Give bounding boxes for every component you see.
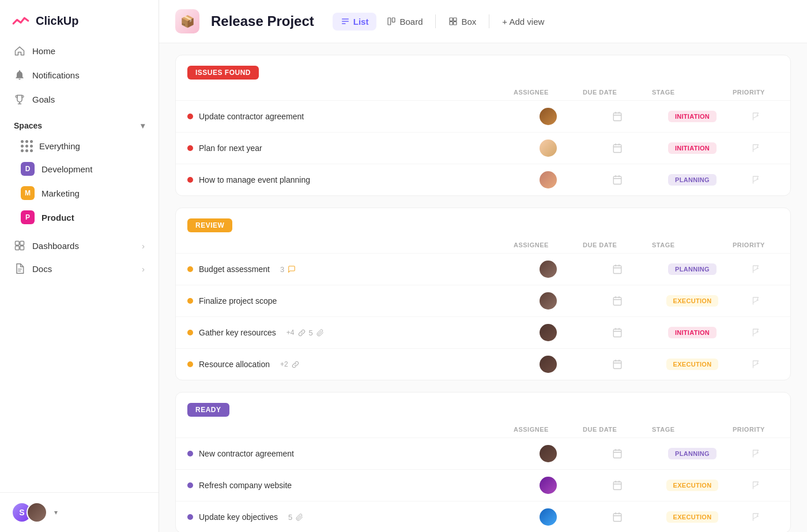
flag-icon <box>751 448 761 459</box>
project-icon: 📦 <box>175 9 199 33</box>
sidebar-item-product[interactable]: P Product <box>7 205 152 229</box>
stage-badge: PLANNING <box>668 174 717 186</box>
meta-plus: +4 <box>286 329 295 337</box>
table-row[interactable]: Finalize project scope EXECUTION <box>176 285 790 316</box>
avatar-secondary <box>27 502 47 523</box>
task-name-cell: Finalize project scope <box>187 296 514 305</box>
task-name-cell: Update key objectives 5 <box>187 512 514 522</box>
sidebar-item-docs[interactable]: Docs › <box>0 257 159 280</box>
spaces-chevron-icon[interactable]: ▾ <box>141 121 145 130</box>
docs-arrow-icon: › <box>142 264 145 274</box>
priority-cell <box>733 327 779 338</box>
sidebar-item-notifications[interactable]: Notifications <box>7 63 152 86</box>
calendar-icon <box>612 143 623 153</box>
calendar-icon <box>612 480 623 491</box>
table-row[interactable]: How to manage event planning PLANNING <box>176 164 790 195</box>
tab-list[interactable]: List <box>333 13 377 31</box>
column-headers: ASSIGNEE DUE DATE STAGE PRIORITY <box>176 239 790 253</box>
due-date-cell[interactable] <box>583 111 652 122</box>
task-name: Update key objectives <box>199 512 278 522</box>
dashboards-label: Dashboards <box>32 241 79 251</box>
due-date-cell[interactable] <box>583 143 652 153</box>
task-name: How to manage event planning <box>199 175 310 184</box>
table-row[interactable]: Gather key resources +4 5 INITIATION <box>176 316 790 348</box>
stage-badge: PLANNING <box>668 448 717 459</box>
stage-cell: PLANNING <box>652 448 733 459</box>
table-row[interactable]: Update key objectives 5 EXECUTION <box>176 501 790 532</box>
due-date-cell[interactable] <box>583 175 652 185</box>
task-name-cell: Update contractor agreement <box>187 112 514 121</box>
spaces-label: Spaces <box>14 121 42 130</box>
priority-cell <box>733 480 779 491</box>
avatar <box>540 508 557 526</box>
sidebar-item-home[interactable]: Home <box>7 39 152 62</box>
col-priority: PRIORITY <box>733 242 779 248</box>
table-row[interactable]: Update contractor agreement INITIATION <box>176 100 790 132</box>
assignee-cell <box>514 324 583 341</box>
table-row[interactable]: Budget assessment 3 PLANNING <box>176 253 790 285</box>
table-row[interactable]: Refresh company website EXECUTION <box>176 469 790 501</box>
avatar <box>540 324 557 341</box>
due-date-cell[interactable] <box>583 296 652 306</box>
task-name-cell: Plan for next year <box>187 144 514 153</box>
svg-rect-16 <box>613 361 621 369</box>
due-date-cell[interactable] <box>583 480 652 491</box>
task-name: New contractor agreement <box>199 449 294 458</box>
due-date-cell[interactable] <box>583 327 652 338</box>
task-name: Finalize project scope <box>199 296 277 305</box>
assignee-cell <box>514 261 583 278</box>
task-dot <box>187 451 193 456</box>
flag-icon <box>751 327 761 338</box>
user-dropdown-arrow-icon[interactable]: ▾ <box>54 508 58 516</box>
tab-list-label: List <box>353 17 369 27</box>
add-view-button[interactable]: + Add view <box>494 13 552 31</box>
avatar <box>540 445 557 462</box>
col-priority: PRIORITY <box>733 426 779 433</box>
due-date-cell[interactable] <box>583 359 652 369</box>
sidebar-item-label: Goals <box>32 95 55 104</box>
tab-box[interactable]: Box <box>440 13 484 31</box>
stage-badge: EXECUTION <box>666 359 719 370</box>
due-date-cell[interactable] <box>583 448 652 459</box>
sidebar-item-marketing[interactable]: M Marketing <box>7 181 152 205</box>
stage-cell: PLANNING <box>652 263 733 275</box>
svg-rect-0 <box>16 242 20 246</box>
add-view-label: + Add view <box>502 17 544 27</box>
stage-badge: EXECUTION <box>666 295 719 307</box>
task-dot <box>187 298 193 304</box>
stage-cell: INITIATION <box>652 142 733 154</box>
section-ready: READY ASSIGNEE DUE DATE STAGE PRIORITY N… <box>175 392 791 532</box>
list-tab-icon <box>341 17 350 26</box>
sidebar-item-development[interactable]: D Development <box>7 157 152 181</box>
calendar-icon <box>612 327 623 338</box>
stage-badge: INITIATION <box>668 142 717 154</box>
table-row[interactable]: New contractor agreement PLANNING <box>176 437 790 469</box>
flag-icon <box>751 264 761 274</box>
meta-count: 5 <box>309 329 313 337</box>
priority-cell <box>733 448 779 459</box>
table-row[interactable]: Resource allocation +2 EXECUTION <box>176 348 790 380</box>
space-label: Product <box>42 213 74 222</box>
svg-rect-2 <box>16 246 20 250</box>
due-date-cell[interactable] <box>583 512 652 522</box>
meta-count: 3 <box>280 265 284 274</box>
main-nav: Home Notifications Goals <box>0 39 159 112</box>
space-badge-d: D <box>21 162 35 176</box>
calendar-icon <box>612 448 623 459</box>
sidebar-item-everything[interactable]: Everything <box>7 135 152 157</box>
calendar-icon <box>612 512 623 522</box>
task-dot <box>187 266 193 272</box>
task-name-cell: New contractor agreement <box>187 449 514 458</box>
svg-rect-9 <box>454 22 457 25</box>
sidebar-item-dashboards[interactable]: Dashboards › <box>0 234 159 257</box>
flag-icon <box>751 175 761 185</box>
due-date-cell[interactable] <box>583 264 652 274</box>
home-icon <box>14 45 25 56</box>
tab-board[interactable]: Board <box>379 13 431 31</box>
table-row[interactable]: Plan for next year INITIATION <box>176 132 790 164</box>
sidebar-item-goals[interactable]: Goals <box>7 88 152 111</box>
priority-cell <box>733 264 779 274</box>
task-name-cell: Gather key resources +4 5 <box>187 328 514 337</box>
priority-cell <box>733 359 779 369</box>
col-task <box>187 242 514 248</box>
